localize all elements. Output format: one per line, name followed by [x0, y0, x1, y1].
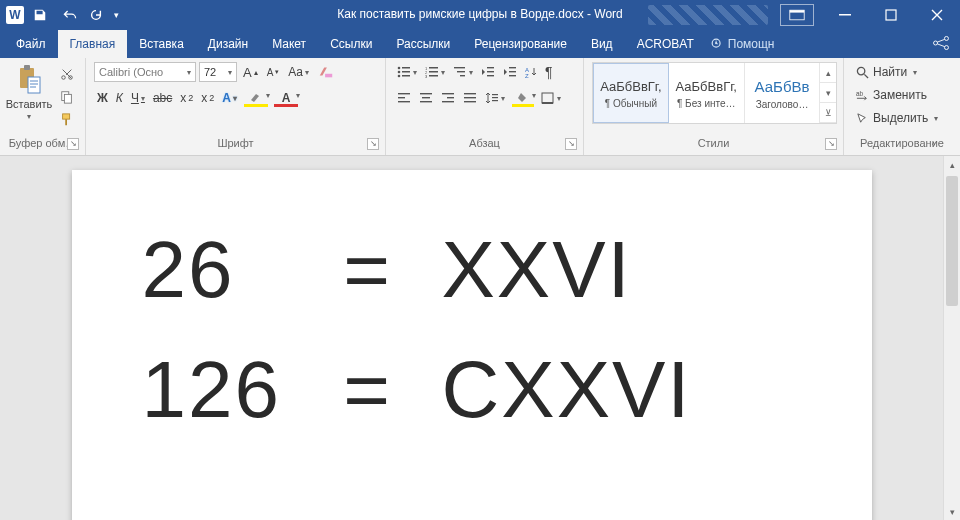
replace-button[interactable]: ab Заменить	[852, 85, 942, 105]
tab-view[interactable]: Вид	[579, 30, 625, 58]
multilevel-list-button[interactable]: ▾	[450, 62, 476, 82]
tab-acrobat[interactable]: ACROBAT	[625, 30, 706, 58]
tab-layout[interactable]: Макет	[260, 30, 318, 58]
tab-mailings[interactable]: Рассылки	[384, 30, 462, 58]
style-no-spacing[interactable]: АаБбВвГг, ¶ Без инте…	[669, 63, 745, 123]
sort-button[interactable]: AZ	[522, 62, 540, 82]
group-font: Calibri (Осно▾ 72▾ A▴ A▾ Aa ▾ Ж К Ч ▾ ab…	[86, 58, 386, 155]
strikethrough-button[interactable]: abc	[150, 88, 175, 108]
align-right-button[interactable]	[438, 88, 458, 108]
tab-file[interactable]: Файл	[4, 30, 58, 58]
equals-sign: =	[342, 344, 392, 436]
doc-line-1: 26 = XXVI	[142, 224, 802, 316]
svg-rect-10	[24, 65, 30, 70]
find-button[interactable]: Найти▾	[852, 62, 942, 82]
paragraph-launcher[interactable]: ↘	[565, 138, 577, 150]
share-button[interactable]	[928, 32, 954, 54]
svg-rect-17	[65, 119, 67, 125]
style-heading1[interactable]: АаБбВв Заголово…	[745, 63, 821, 123]
page[interactable]: 26 = XXVI 126 = CXXVI	[72, 170, 872, 520]
paste-button[interactable]: Вставить ▾	[8, 62, 50, 123]
svg-rect-50	[442, 101, 454, 102]
ribbon-display-options-button[interactable]	[780, 4, 814, 26]
roman-value: CXXVI	[442, 344, 692, 436]
show-marks-button[interactable]: ¶	[542, 62, 556, 82]
font-size-combo[interactable]: 72▾	[199, 62, 237, 82]
svg-point-5	[715, 42, 717, 44]
font-name-combo[interactable]: Calibri (Осно▾	[94, 62, 196, 82]
paste-label: Вставить	[6, 98, 53, 110]
svg-rect-44	[398, 101, 410, 102]
svg-rect-33	[460, 75, 465, 76]
document-scroll[interactable]: 26 = XXVI 126 = CXXVI	[0, 156, 943, 520]
undo-button[interactable]	[56, 2, 84, 28]
svg-rect-34	[487, 67, 494, 68]
align-left-button[interactable]	[394, 88, 414, 108]
text-effects-button[interactable]: A ▾	[219, 88, 240, 108]
subscript-button[interactable]: x2	[177, 88, 196, 108]
svg-rect-37	[509, 67, 516, 68]
svg-rect-39	[509, 75, 516, 76]
underline-button[interactable]: Ч ▾	[128, 88, 148, 108]
superscript-button[interactable]: x2	[198, 88, 217, 108]
font-launcher[interactable]: ↘	[367, 138, 379, 150]
find-label: Найти	[873, 65, 907, 79]
bullets-button[interactable]: ▾	[394, 62, 420, 82]
qat-customize-button[interactable]: ▾	[108, 2, 124, 28]
tab-review[interactable]: Рецензирование	[462, 30, 579, 58]
decrease-indent-button[interactable]	[478, 62, 498, 82]
svg-rect-28	[429, 71, 438, 73]
group-font-label: Шрифт↘	[94, 137, 377, 153]
tab-references[interactable]: Ссылки	[318, 30, 384, 58]
align-center-button[interactable]	[416, 88, 436, 108]
numbering-button[interactable]: 123▾	[422, 62, 448, 82]
shrink-font-button[interactable]: A▾	[264, 62, 283, 82]
svg-text:ab: ab	[856, 89, 864, 96]
tell-me-search[interactable]: Помощн	[710, 30, 775, 58]
highlight-button[interactable]: ▾	[242, 88, 270, 108]
collapse-ribbon-button[interactable]: ˄	[924, 139, 942, 153]
scroll-thumb[interactable]	[946, 176, 958, 306]
increase-indent-button[interactable]	[500, 62, 520, 82]
save-button[interactable]	[26, 2, 54, 28]
close-button[interactable]	[914, 0, 960, 30]
bold-button[interactable]: Ж	[94, 88, 111, 108]
redo-button[interactable]	[86, 2, 106, 28]
format-painter-button[interactable]	[56, 110, 78, 130]
font-name-value: Calibri (Осно	[99, 66, 163, 78]
select-button[interactable]: Выделить▾	[852, 108, 942, 128]
svg-rect-38	[509, 71, 516, 72]
borders-button[interactable]: ▾	[538, 88, 564, 108]
maximize-button[interactable]	[868, 0, 914, 30]
svg-point-12	[62, 76, 66, 80]
styles-gallery-scroll[interactable]: ▴▾⊻	[820, 63, 836, 123]
line-spacing-button[interactable]: ▾	[482, 88, 508, 108]
cut-button[interactable]	[56, 64, 78, 84]
equals-sign: =	[342, 224, 392, 316]
tab-insert[interactable]: Вставка	[127, 30, 196, 58]
grow-font-button[interactable]: A▴	[240, 62, 261, 82]
italic-button[interactable]: К	[113, 88, 126, 108]
vertical-scrollbar[interactable]: ▴ ▾	[943, 156, 960, 520]
scroll-up-button[interactable]: ▴	[944, 156, 960, 173]
styles-gallery[interactable]: АаБбВвГг, ¶ Обычный АаБбВвГг, ¶ Без инте…	[592, 62, 837, 124]
styles-launcher[interactable]: ↘	[825, 138, 837, 150]
style-normal[interactable]: АаБбВвГг, ¶ Обычный	[593, 63, 669, 123]
justify-button[interactable]	[460, 88, 480, 108]
group-clipboard-label: Буфер обм…↘	[8, 137, 77, 153]
svg-rect-32	[457, 71, 465, 72]
shading-button[interactable]: ▾	[510, 88, 536, 108]
tab-home[interactable]: Главная	[58, 30, 128, 58]
tab-design[interactable]: Дизайн	[196, 30, 260, 58]
svg-point-59	[857, 67, 864, 74]
clipboard-launcher[interactable]: ↘	[67, 138, 79, 150]
minimize-button[interactable]	[822, 0, 868, 30]
svg-rect-31	[454, 67, 465, 68]
svg-rect-36	[487, 75, 494, 76]
svg-rect-46	[422, 97, 430, 98]
clear-formatting-button[interactable]	[315, 62, 337, 82]
scroll-down-button[interactable]: ▾	[944, 503, 960, 520]
change-case-button[interactable]: Aa ▾	[285, 62, 312, 82]
font-color-button[interactable]: A▾	[272, 88, 300, 108]
copy-button[interactable]	[56, 87, 78, 107]
